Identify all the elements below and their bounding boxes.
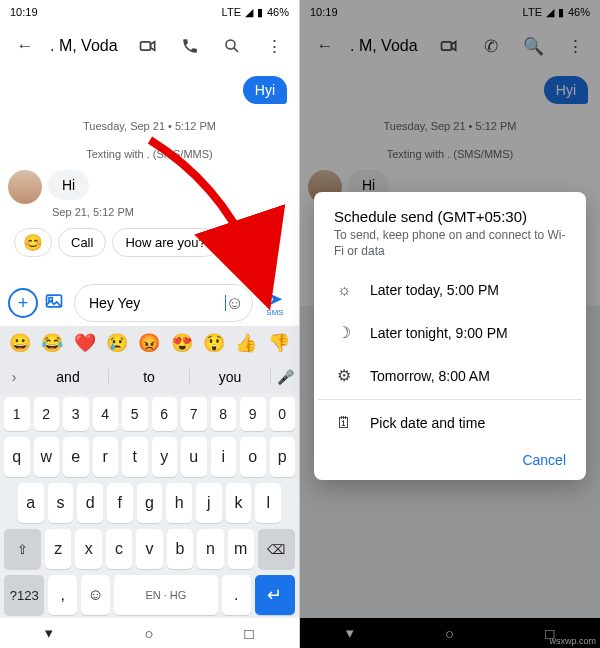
key[interactable]: v <box>136 529 162 569</box>
backspace-key[interactable]: ⌫ <box>258 529 295 569</box>
key[interactable]: w <box>34 437 60 477</box>
suggestion-chip[interactable]: How are you? <box>112 228 218 257</box>
emoji-key[interactable]: 😡 <box>138 332 160 354</box>
key[interactable]: 5 <box>122 397 148 431</box>
suggestion-chip[interactable]: Call <box>58 228 106 257</box>
enter-key[interactable]: ↵ <box>255 575 295 615</box>
word-suggestion[interactable]: and <box>28 369 109 385</box>
key[interactable]: p <box>270 437 296 477</box>
search-icon[interactable] <box>215 29 249 63</box>
video-call-icon[interactable] <box>131 29 165 63</box>
keyboard: 😀 😂 ❤️ 😢 😡 😍 😲 👍 👎 › and to you 🎤 123456… <box>0 326 299 618</box>
key[interactable]: c <box>106 529 132 569</box>
emoji-key[interactable]: 😲 <box>203 332 225 354</box>
key[interactable]: 6 <box>152 397 178 431</box>
schedule-option-later-tonight[interactable]: ☽ Later tonight, 9:00 PM <box>318 311 582 354</box>
moon-icon: ☽ <box>334 323 354 342</box>
key[interactable]: j <box>196 483 222 523</box>
nav-recent-icon[interactable]: □ <box>244 625 253 642</box>
composer-row: + Hey Yey ☺ ➤ SMS <box>0 278 299 326</box>
key[interactable]: b <box>167 529 193 569</box>
key[interactable]: e <box>63 437 89 477</box>
key[interactable]: d <box>77 483 103 523</box>
period-key[interactable]: . <box>222 575 251 615</box>
key[interactable]: g <box>137 483 163 523</box>
key[interactable]: o <box>240 437 266 477</box>
battery-icon: ▮ <box>257 6 263 19</box>
nav-home-icon[interactable]: ○ <box>144 625 153 642</box>
signal-icon: ◢ <box>245 6 253 19</box>
key[interactable]: 7 <box>181 397 207 431</box>
option-label: Pick date and time <box>370 415 485 431</box>
schedule-option-pick[interactable]: 🗓 Pick date and time <box>318 402 582 444</box>
message-input[interactable]: Hey Yey ☺ <box>74 284 253 322</box>
key[interactable]: 1 <box>4 397 30 431</box>
timestamp-header: Tuesday, Sep 21 • 5:12 PM <box>8 120 291 132</box>
sun-icon: ☼ <box>334 281 354 299</box>
expand-icon[interactable]: › <box>0 369 28 385</box>
word-suggestion[interactable]: you <box>190 369 271 385</box>
key[interactable]: r <box>93 437 119 477</box>
add-attachment-icon[interactable]: + <box>8 288 38 318</box>
key[interactable]: h <box>166 483 192 523</box>
emoji-key[interactable]: 😍 <box>171 332 193 354</box>
status-batt: 46% <box>267 6 289 18</box>
key[interactable]: s <box>48 483 74 523</box>
key[interactable]: f <box>107 483 133 523</box>
dialog-subtitle: To send, keep phone on and connect to Wi… <box>318 227 582 269</box>
option-label: Tomorrow, 8:00 AM <box>370 368 490 384</box>
suggestion-emoji[interactable]: 😊 <box>14 228 52 257</box>
emoji-key[interactable]: ☺ <box>81 575 110 615</box>
svg-line-2 <box>234 48 238 52</box>
key[interactable]: y <box>152 437 178 477</box>
symbols-key[interactable]: ?123 <box>4 575 44 615</box>
key[interactable]: u <box>181 437 207 477</box>
conversation-title[interactable]: . M, Voda <box>50 37 123 55</box>
sms-mode-label: Texting with . (SMS/MMS) <box>8 148 291 160</box>
schedule-option-tomorrow[interactable]: ⚙ Tomorrow, 8:00 AM <box>318 354 582 397</box>
gallery-icon[interactable] <box>44 291 68 315</box>
suggestion-chip[interactable]: ool <box>225 228 268 257</box>
cancel-button[interactable]: Cancel <box>318 444 582 474</box>
status-bar: 10:19 LTE ◢ ▮ 46% <box>0 0 299 24</box>
key[interactable]: 0 <box>270 397 296 431</box>
comma-key[interactable]: , <box>48 575 77 615</box>
contact-avatar[interactable] <box>8 170 42 204</box>
emoji-key[interactable]: ❤️ <box>74 332 96 354</box>
key[interactable]: a <box>18 483 44 523</box>
key[interactable]: l <box>255 483 281 523</box>
key[interactable]: 4 <box>93 397 119 431</box>
message-incoming[interactable]: Hi <box>48 170 89 200</box>
space-key[interactable]: EN · HG <box>114 575 218 615</box>
emoji-key[interactable]: 👍 <box>235 332 257 354</box>
call-icon[interactable] <box>173 29 207 63</box>
back-icon[interactable]: ← <box>8 29 42 63</box>
more-icon[interactable]: ⋮ <box>257 29 291 63</box>
key[interactable]: 8 <box>211 397 237 431</box>
shift-key[interactable]: ⇧ <box>4 529 41 569</box>
key[interactable]: t <box>122 437 148 477</box>
status-time: 10:19 <box>10 6 38 18</box>
word-suggestion[interactable]: to <box>109 369 190 385</box>
emoji-key[interactable]: 😢 <box>106 332 128 354</box>
key[interactable]: k <box>226 483 252 523</box>
send-button[interactable]: ➤ SMS <box>259 290 291 317</box>
nav-keyboard-icon[interactable]: ▾ <box>45 624 53 642</box>
key[interactable]: z <box>45 529 71 569</box>
key[interactable]: i <box>211 437 237 477</box>
key[interactable]: q <box>4 437 30 477</box>
emoji-key[interactable]: 👎 <box>268 332 290 354</box>
message-outgoing[interactable]: Hyi <box>243 76 287 104</box>
emoji-key[interactable]: 😀 <box>9 332 31 354</box>
key[interactable]: 9 <box>240 397 266 431</box>
key[interactable]: 3 <box>63 397 89 431</box>
emoji-icon[interactable]: ☺ <box>226 293 244 314</box>
key[interactable]: m <box>228 529 254 569</box>
watermark: wsxwp.com <box>549 636 596 646</box>
mic-icon[interactable]: 🎤 <box>271 369 299 385</box>
schedule-option-later-today[interactable]: ☼ Later today, 5:00 PM <box>318 269 582 311</box>
key[interactable]: x <box>75 529 101 569</box>
key[interactable]: 2 <box>34 397 60 431</box>
emoji-key[interactable]: 😂 <box>41 332 63 354</box>
key[interactable]: n <box>197 529 223 569</box>
